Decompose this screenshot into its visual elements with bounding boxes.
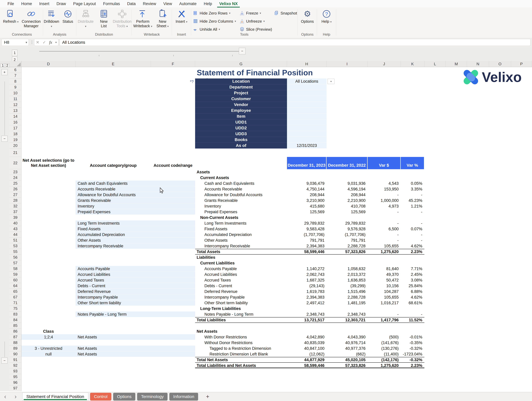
row-header-23[interactable]: 23 [9, 169, 21, 175]
row-header-25[interactable]: 25 [9, 181, 21, 186]
statement-value-43-4[interactable]: 0.07% [401, 226, 424, 232]
ribbon-button-hide-zero-rows[interactable]: Hide Zero Rows▾ [193, 11, 236, 16]
row-header-97[interactable]: 97 [9, 385, 21, 391]
cell-e-87[interactable]: Net Assets [78, 334, 151, 340]
statement-value-90-1[interactable]: (12,062) [287, 351, 327, 357]
statement-value-55-1[interactable]: 58,599,446 [287, 249, 327, 254]
statement-value-53-1[interactable]: 2,394,383 [287, 243, 327, 249]
ribbon-tab-review[interactable]: Review [139, 0, 160, 7]
statement-value-83-1[interactable]: 2,348,743 [287, 311, 327, 317]
statement-value-32-1[interactable]: 415,680 [287, 203, 327, 209]
statement-value-92-1[interactable]: 58,599,446 [287, 363, 327, 368]
statement-value-58-3[interactable]: 81,640 [367, 266, 401, 272]
sheet-tab-options[interactable]: Options [113, 393, 135, 401]
statement-value-40-2[interactable]: 29,789,832 [327, 220, 367, 226]
row-header-85[interactable]: 85 [9, 323, 21, 328]
statement-value-44-1[interactable]: (1,707,706) [287, 232, 327, 237]
cell-e-65[interactable]: Deferred Revenue [78, 289, 151, 294]
column-header-J[interactable]: J [367, 61, 401, 67]
row-header-20[interactable]: 20 [9, 143, 21, 148]
statement-value-44-2[interactable]: (1,707,706) [327, 232, 367, 237]
row-header-40[interactable]: 40 [9, 220, 21, 226]
statement-value-43-2[interactable]: 9,576,928 [327, 226, 367, 232]
cell-e-89[interactable]: Net Assets [78, 345, 151, 351]
row-header-88[interactable]: 88 [9, 340, 21, 345]
row-header-14[interactable]: 14 [9, 113, 21, 119]
row-header-44[interactable]: 44 [9, 232, 21, 237]
statement-value-92-3[interactable]: 1,275,620 [367, 363, 401, 368]
row-header-58[interactable]: 58 [9, 266, 21, 272]
statement-value-59-2[interactable]: 2,013,372 [327, 272, 367, 277]
row-header-24[interactable]: 24 [9, 175, 21, 181]
row-header-26[interactable]: 26 [9, 186, 21, 192]
row-header-39[interactable]: 39 [9, 215, 21, 220]
statement-value-25-3[interactable]: 4,543 [367, 181, 401, 186]
column-header-N[interactable]: N [467, 61, 489, 67]
statement-value-28-2[interactable]: 2,210,900 [327, 198, 367, 203]
ribbon-tab-formulas[interactable]: Formulas [100, 0, 124, 7]
statement-value-43-3[interactable]: 6,500 [367, 226, 401, 232]
chevron-down-icon[interactable]: ▾ [26, 41, 27, 44]
ribbon-button-unhide-all[interactable]: Unhide All▾ [193, 27, 236, 32]
row-header-59[interactable]: 59 [9, 272, 21, 277]
statement-value-88-4[interactable]: -0.35% [401, 340, 424, 345]
statement-value-51-1[interactable]: 791,791 [287, 237, 327, 243]
statement-value-67-3[interactable]: 105,655 [367, 294, 401, 300]
ribbon-button-perform-writeback[interactable]: PerformWriteback ▾ [133, 9, 153, 29]
row-header-22[interactable]: 22 [9, 157, 21, 169]
row-header-55[interactable]: 55 [9, 249, 21, 254]
column-header-L[interactable]: L [424, 61, 446, 67]
statement-value-32-2[interactable]: 410,708 [327, 203, 367, 209]
row-header-56[interactable]: 56 [9, 254, 21, 260]
ribbon-button-freeze[interactable]: ❄Freeze▾ [240, 11, 272, 16]
statement-value-37-1[interactable]: 125,569 [287, 209, 327, 215]
ribbon-button-new-sheet[interactable]: NewSheet ▾ [154, 9, 171, 29]
row-header-89[interactable]: 89 [9, 345, 21, 351]
filter-value-as-of[interactable]: 12/31/2023 [287, 143, 327, 148]
cell-e-26[interactable]: Accounts Receivable [78, 186, 151, 192]
statement-value-55-4[interactable]: 2.23% [401, 249, 424, 254]
row-header-91[interactable]: 91 [9, 357, 21, 363]
statement-value-65-4[interactable]: 6.88% [401, 289, 424, 294]
statement-value-88-2[interactable]: 40,976,714 [327, 340, 367, 345]
statement-value-25-2[interactable]: 9,031,936 [327, 181, 367, 186]
statement-value-55-3[interactable]: 1,275,620 [367, 249, 401, 254]
statement-value-71-2[interactable]: 1,481,195 [327, 300, 367, 306]
column-header-O[interactable]: O [489, 61, 511, 67]
statement-value-89-1[interactable]: 40,847,100 [287, 345, 327, 351]
statement-value-89-4[interactable]: -0.32% [401, 345, 424, 351]
cell-e-44[interactable]: Accumulated Depreciation [78, 232, 151, 237]
row-header-92[interactable]: 92 [9, 363, 21, 368]
statement-value-43-1[interactable]: 9,583,428 [287, 226, 327, 232]
cell-e-27[interactable]: Allowance for Doubtful Accounts [78, 192, 151, 198]
cell-e-51[interactable]: Other Assets [78, 237, 151, 243]
statement-value-58-4[interactable]: 7.71% [401, 266, 424, 272]
ribbon-tab-draw[interactable]: Draw [53, 0, 70, 7]
enter-icon[interactable]: ✓ [43, 40, 46, 45]
row-header-95[interactable]: 95 [9, 374, 21, 380]
statement-value-84-4[interactable]: 11.52% [401, 317, 424, 323]
statement-value-89-3[interactable]: (130,276) [367, 345, 401, 351]
statement-value-25-1[interactable]: 9,036,479 [287, 181, 327, 186]
column-header-M[interactable]: M [446, 61, 467, 67]
statement-value-91-1[interactable]: 44,877,929 [287, 357, 327, 363]
statement-value-65-2[interactable]: 1,515,496 [327, 289, 367, 294]
statement-value-65-1[interactable]: 1,619,783 [287, 289, 327, 294]
statement-value-64-4[interactable]: 25.84% [401, 283, 424, 289]
ribbon-tab-insert[interactable]: Insert [36, 0, 53, 7]
sheet-nav-left-icon[interactable]: ‹ [0, 393, 10, 400]
row-header-10[interactable]: 10 [9, 90, 21, 96]
statement-row-label-56[interactable]: Liabilities [197, 254, 423, 260]
statement-value-40-4[interactable]: - [401, 220, 424, 226]
ribbon-button-slice-preview-[interactable]: Slice (Preview) [240, 27, 272, 32]
statement-value-91-3[interactable]: (142,176) [367, 357, 401, 363]
statement-value-58-1[interactable]: 1,140,272 [287, 266, 327, 272]
cell-e-53[interactable]: Intercompany Receivable [78, 243, 151, 249]
column-header-G[interactable]: G [195, 61, 287, 67]
statement-value-27-3[interactable]: - [367, 192, 401, 198]
statement-value-60-1[interactable]: 1,687,325 [287, 277, 327, 283]
sheet-nav-right-icon[interactable]: › [10, 393, 21, 400]
statement-value-92-2[interactable]: 57,323,826 [327, 363, 367, 368]
statement-value-67-2[interactable]: 2,288,728 [327, 294, 367, 300]
cell-e-71[interactable]: Other Short term liability [78, 300, 151, 306]
